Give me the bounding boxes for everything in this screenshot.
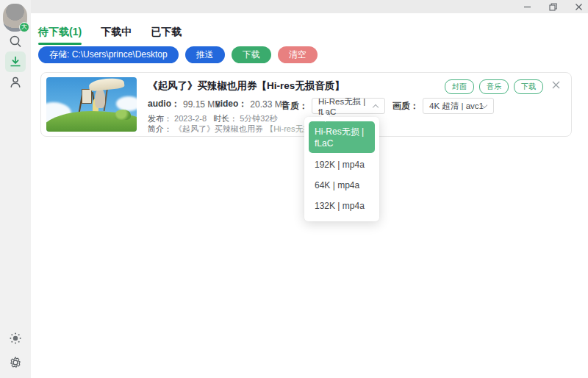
tab-downloading[interactable]: 下载中 xyxy=(101,26,132,45)
dropdown-option[interactable]: 132K | mp4a xyxy=(304,196,379,216)
tab-bar: 待下载(1) 下载中 已下载 xyxy=(38,26,182,45)
close-window-button[interactable] xyxy=(574,2,584,12)
titlebar xyxy=(0,0,588,13)
publish-info: 发布： 2023-2-8 时长： 5分钟32秒 xyxy=(148,113,278,124)
download-tag[interactable]: 下载 xyxy=(514,79,543,94)
audio-quality-dropdown: Hi-Res无损 | fLaC 192K | mp4a 64K | mp4a 1… xyxy=(304,117,379,221)
tab-pending[interactable]: 待下载(1) xyxy=(38,26,82,45)
video-title: 《起风了》买辣椒也用券【Hi-res无损音质】 xyxy=(148,79,345,93)
avatar[interactable]: 大 xyxy=(3,4,27,32)
video-quality-select[interactable]: 4K 超清 | avc1 xyxy=(423,98,494,114)
push-button[interactable]: 推送 xyxy=(185,46,225,63)
vip-badge: 大 xyxy=(19,22,29,32)
user-icon[interactable] xyxy=(9,76,22,89)
sidebar-item-downloads[interactable] xyxy=(5,51,26,72)
remove-item-icon[interactable] xyxy=(551,80,562,90)
audio-quality-select[interactable]: Hi-Res无损 | fLaC xyxy=(312,98,385,114)
storage-path-button[interactable]: 存储: C:\Users\prince\Desktop xyxy=(38,46,179,63)
cover-tag[interactable]: 封面 xyxy=(445,79,474,94)
tab-downloaded[interactable]: 已下载 xyxy=(151,26,182,45)
dropdown-option[interactable]: 192K | mp4a xyxy=(304,154,379,175)
download-button[interactable]: 下载 xyxy=(232,46,271,63)
audio-size: audio： 99.15 MB xyxy=(148,98,220,110)
brightness-icon[interactable] xyxy=(9,332,22,345)
video-thumbnail xyxy=(46,77,137,132)
settings-icon[interactable] xyxy=(9,356,22,369)
dropdown-option[interactable]: Hi-Res无损 | fLaC xyxy=(309,121,375,153)
action-tags: 封面 音乐 下载 xyxy=(445,79,543,94)
restore-button[interactable] xyxy=(548,2,558,12)
clear-button[interactable]: 清空 xyxy=(278,46,318,63)
dropdown-option[interactable]: 64K | mp4a xyxy=(304,175,379,196)
music-tag[interactable]: 音乐 xyxy=(479,79,509,94)
toolbar: 存储: C:\Users\prince\Desktop 推送 下载 清空 xyxy=(38,46,318,63)
sidebar: 大 xyxy=(0,0,31,378)
download-icon xyxy=(9,55,22,68)
main-content: 待下载(1) 下载中 已下载 存储: C:\Users\prince\Deskt… xyxy=(31,13,588,378)
audio-quality-group: 音质： Hi-Res无损 | fLaC xyxy=(282,98,385,114)
app-window: 大 xyxy=(0,0,588,378)
video-size: video： 20.33 MB xyxy=(215,98,288,110)
minimize-button[interactable] xyxy=(523,2,532,12)
search-icon[interactable] xyxy=(9,35,22,48)
video-quality-group: 画质： 4K 超清 | avc1 xyxy=(392,98,494,114)
